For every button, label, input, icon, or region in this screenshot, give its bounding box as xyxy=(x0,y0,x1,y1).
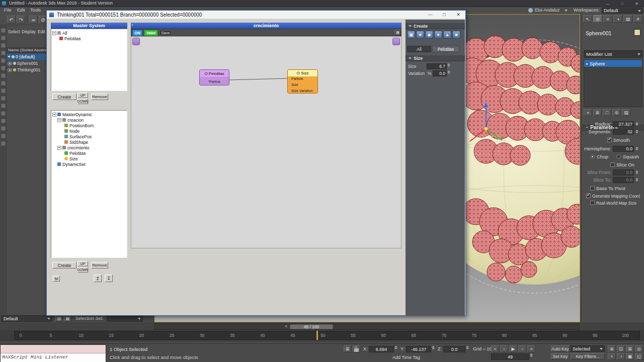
previous-frame-button[interactable]: ‹ xyxy=(500,345,508,352)
selected-dropdown[interactable]: Selected xyxy=(571,345,605,352)
object-color-swatch[interactable] xyxy=(634,29,640,36)
expand-caret-icon[interactable] xyxy=(8,56,11,59)
go-to-start-button[interactable]: « xyxy=(491,345,499,352)
node-pelotitas-body[interactable]: *Particle xyxy=(200,77,229,85)
zoom-extents-icon[interactable]: ⊡ xyxy=(617,345,625,352)
left-tool-icon[interactable] xyxy=(1,66,6,70)
window-minimize-button[interactable]: — xyxy=(600,0,615,7)
left-tool-icon[interactable] xyxy=(1,51,6,55)
nav-extra-icon[interactable]: ◱ xyxy=(635,353,643,360)
left-tool-icon[interactable] xyxy=(1,88,6,93)
modifier-list-dropdown[interactable]: Modifier List xyxy=(584,50,642,58)
create-tool-icon-3[interactable]: ◆ xyxy=(425,31,433,39)
tree-item-pelotitas[interactable]: Pelotitas xyxy=(52,36,126,41)
left-tool-icon[interactable] xyxy=(1,126,6,131)
pan-icon[interactable]: + xyxy=(608,353,616,360)
maxscript-listener[interactable]: MAXScript Mini Listener xyxy=(0,344,106,362)
tab-display[interactable]: ▤ xyxy=(623,15,632,23)
key-filters-button[interactable]: Key Filters... xyxy=(571,353,605,359)
segments-spinner[interactable] xyxy=(635,130,640,133)
explorer-row[interactable]: Thinking001 xyxy=(7,67,47,73)
left-tool-icon[interactable] xyxy=(1,111,6,116)
tree-item-surfacepos[interactable]: SurfacePos xyxy=(52,134,126,139)
y-coordinate-input[interactable]: -46.137 xyxy=(406,346,431,352)
zoom-icon[interactable]: ⊕ xyxy=(608,345,616,352)
left-tool-icon[interactable] xyxy=(1,28,6,33)
create-tool-icon-2[interactable]: ★ xyxy=(416,31,424,39)
dialog-minimize-button[interactable]: — xyxy=(423,11,437,19)
tree-item-creacion[interactable]: creacion xyxy=(52,117,126,123)
schematic-grid-button[interactable]: ▦ xyxy=(394,30,401,36)
size-rollout-header[interactable]: Size xyxy=(406,55,465,61)
group-input-connector[interactable] xyxy=(132,38,140,45)
chop-radio[interactable] xyxy=(590,154,595,159)
named-selection-grid-icon[interactable]: ▦ xyxy=(64,315,71,322)
schematic-header[interactable]: ▪crecimiento xyxy=(131,23,401,29)
tree-item-all[interactable]: All xyxy=(52,30,126,36)
left-tool-icon[interactable] xyxy=(1,58,6,63)
maximize-viewport-icon[interactable]: ▣ xyxy=(626,353,634,360)
object-name-field[interactable]: Sphere001 xyxy=(586,30,631,36)
tab-all[interactable]: All xyxy=(407,46,431,52)
left-tool-icon[interactable] xyxy=(1,141,6,146)
listener-line[interactable]: MAXScript Mini Listener xyxy=(1,353,106,362)
node-size-row-particle[interactable]: Particle xyxy=(288,76,317,82)
dialog-titlebar[interactable]: Thinking001 Total=0000151 Branch=0000000… xyxy=(47,11,465,19)
left-tool-icon[interactable] xyxy=(1,96,6,101)
node-size-row-size[interactable]: Size xyxy=(288,82,317,88)
create-tool-icon-6[interactable]: ■ xyxy=(452,31,460,39)
sets-up-button[interactable]: UP xyxy=(77,261,88,266)
tab-create[interactable]: ↖ xyxy=(583,15,592,23)
select-and-link-icon[interactable]: ∞ xyxy=(29,16,38,24)
variation-input[interactable]: 0.0 xyxy=(433,70,447,76)
dialog-maximize-button[interactable]: □ xyxy=(437,11,451,19)
show-end-result-icon[interactable]: ≣ xyxy=(593,109,602,116)
z-coordinate-input[interactable]: 0.0 xyxy=(443,346,465,352)
add-time-tag[interactable]: Add Time Tag xyxy=(392,355,420,360)
create-tool-icon-4[interactable]: ● xyxy=(434,31,442,39)
z-spinner[interactable] xyxy=(466,346,470,349)
master-system-tree[interactable]: All Pelotitas xyxy=(51,29,127,91)
segments-input[interactable]: 32 xyxy=(613,129,634,135)
dynamic-sets-tree[interactable]: MasterDynamic creacion PositionBorn Node… xyxy=(51,110,127,258)
master-up-button[interactable]: UP xyxy=(77,93,88,98)
tree-item-masterdynamic[interactable]: MasterDynamic xyxy=(52,112,126,117)
left-tool-icon[interactable] xyxy=(1,73,6,78)
configure-modifier-icon[interactable]: ▤ xyxy=(622,109,630,116)
tab-pelotitas[interactable]: Pelotitas xyxy=(432,46,459,52)
explorer-column-header[interactable]: Name (Sorted Ascend xyxy=(7,47,47,53)
remove-modifier-icon[interactable]: ⊘ xyxy=(612,109,621,116)
slice-to-spinner[interactable] xyxy=(635,178,640,182)
node-size[interactable]: O Size Particle Size Size Variation xyxy=(287,69,318,94)
node-size-row-variation[interactable]: Size Variation xyxy=(288,88,317,94)
tree-item-dynamicset[interactable]: DynamicSet xyxy=(52,161,126,167)
hemisphere-spinner[interactable] xyxy=(635,147,640,150)
create-rollout-header[interactable]: Create xyxy=(406,23,465,29)
x-coordinate-input[interactable]: 6.694 xyxy=(369,346,394,352)
selection-set-dropdown[interactable] xyxy=(107,315,143,322)
group-in-button[interactable]: ↥ xyxy=(94,275,102,282)
base-to-pivot-checkbox[interactable] xyxy=(590,186,595,191)
sets-remove-button[interactable]: Remove xyxy=(91,262,108,268)
named-selection-icon[interactable]: ▤ xyxy=(55,315,63,322)
next-frame-button[interactable]: › xyxy=(518,345,526,352)
master-remove-button[interactable]: Remove xyxy=(91,94,108,100)
tab-motion[interactable]: ◑ xyxy=(613,15,622,23)
tree-item-crecimiento[interactable]: crecimiento xyxy=(52,145,126,150)
node-pelotitas[interactable]: O Pelotitas *Particle xyxy=(199,69,229,85)
explorer-tab-select[interactable]: Select xyxy=(8,29,20,34)
selection-lock-toggle[interactable] xyxy=(353,345,360,352)
node-size-title[interactable]: O Size xyxy=(288,70,317,76)
size-input[interactable]: 6.7 xyxy=(427,63,447,69)
valid-button[interactable]: Valid xyxy=(144,30,157,36)
current-frame-marker[interactable] xyxy=(316,331,318,340)
visibility-eye-icon[interactable] xyxy=(8,68,12,72)
macro-button[interactable]: M xyxy=(53,276,60,282)
group-output-connector[interactable] xyxy=(392,38,400,45)
menu-edit[interactable]: Edit xyxy=(17,8,25,13)
play-button[interactable]: ▶ xyxy=(509,345,517,352)
time-slider-handle[interactable]: 49 / 100 xyxy=(290,324,333,329)
save-button[interactable]: Save xyxy=(159,30,172,36)
slice-to-input[interactable]: 0.0 xyxy=(613,177,634,183)
y-spinner[interactable] xyxy=(432,346,436,349)
